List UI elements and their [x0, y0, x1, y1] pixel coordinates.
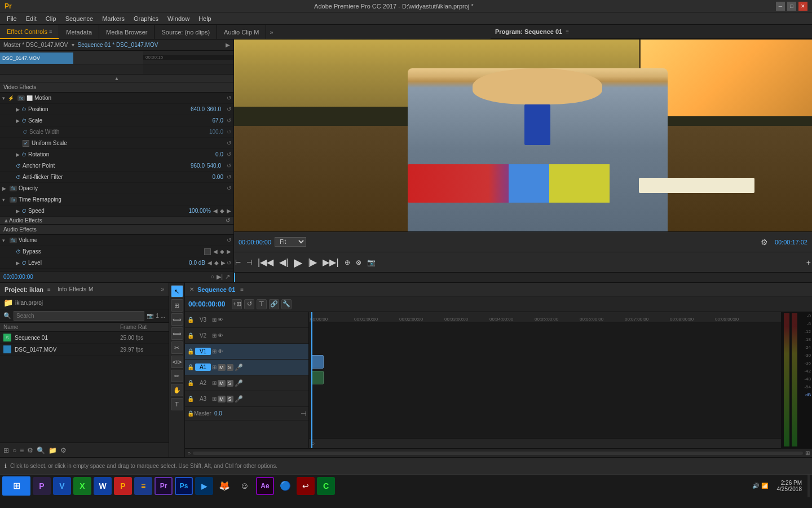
timeline-zoom-out[interactable]: ○ — [309, 440, 317, 446]
position-reset[interactable]: ↺ — [227, 106, 231, 112]
a2-s-btn[interactable]: S — [227, 380, 233, 387]
timeline-scrollbar[interactable]: ○ — [309, 438, 781, 448]
anchor-y[interactable]: 540.0 — [207, 163, 221, 169]
motion-reset[interactable]: ↺ — [227, 95, 231, 101]
seq-fit-btn[interactable]: ⊞ — [805, 450, 810, 456]
v3-lock[interactable]: 🔒 — [187, 317, 194, 323]
timeline-v1-row[interactable] — [309, 354, 781, 370]
anti-flicker-clock[interactable]: ⏱ — [16, 174, 21, 180]
a2-m-btn[interactable]: M — [218, 380, 226, 387]
tab-more-btn[interactable]: » — [266, 25, 276, 39]
timeline-v3-row[interactable] — [309, 322, 781, 338]
opacity-expand[interactable]: ▶ — [2, 186, 8, 191]
a3-mic[interactable]: 🎤 — [235, 395, 243, 403]
taskbar-excel-icon[interactable]: X — [73, 477, 91, 495]
seq-wrench-btn[interactable]: 🔧 — [281, 299, 292, 309]
a3-m-btn[interactable]: M — [218, 396, 226, 402]
prog-settings-icon[interactable]: ⚙ — [760, 237, 769, 248]
speed-keyframe[interactable]: ◆ — [220, 208, 224, 214]
taskbar-premiere2-icon[interactable]: Pr — [155, 477, 173, 495]
a2-toggle[interactable]: ⊞ — [212, 380, 217, 386]
taskbar-clock[interactable]: 2:26 PM 4/25/2018 — [774, 480, 806, 492]
select-tool[interactable]: ↖ — [171, 285, 183, 297]
taskbar-word-icon[interactable]: V — [53, 477, 71, 495]
rotation-expand[interactable]: ▶ — [16, 152, 21, 157]
v1-label[interactable]: V1 — [195, 348, 211, 355]
level-key[interactable]: ◆ — [214, 260, 219, 266]
scroll-up-btn[interactable]: ▲ — [0, 75, 233, 82]
master-end-btn[interactable]: ⊣ — [301, 410, 306, 418]
anti-flicker-value[interactable]: 0.00 — [213, 174, 223, 180]
rotation-reset[interactable]: ↺ — [227, 151, 231, 157]
ec-export-btn[interactable]: ↗ — [225, 273, 230, 281]
taskbar-winword-icon[interactable]: W — [94, 477, 112, 495]
export-frame-btn[interactable]: 📷 — [366, 257, 377, 268]
add-marker-btn[interactable]: + — [805, 257, 812, 268]
level-clock[interactable]: ⏱ — [21, 260, 27, 266]
rolling-tool[interactable]: ⟺ — [171, 327, 183, 340]
fit-dropdown[interactable]: Fit 25% 50% 100% — [275, 237, 306, 247]
timeline-v2-row[interactable] — [309, 338, 781, 354]
sequence-link[interactable]: Sequence 01 * DSC_0147.MOV — [78, 42, 158, 48]
v2-lock[interactable]: 🔒 — [187, 332, 194, 339]
v2-eye[interactable]: 👁 — [218, 332, 223, 339]
seq-start-btn[interactable]: ○ — [187, 450, 191, 456]
a1-toggle[interactable]: ⊞ — [212, 364, 217, 370]
ripple-tool[interactable]: ⟺ — [171, 313, 183, 326]
timeline-scrollbar-h[interactable] — [193, 452, 803, 455]
search-input[interactable] — [14, 311, 144, 321]
scale-reset[interactable]: ↺ — [227, 117, 231, 124]
mark-out-btn[interactable]: ⊣ — [245, 257, 253, 268]
taskbar-unknown-icon[interactable]: ☺ — [236, 477, 254, 495]
tab-metadata[interactable]: Metadata — [59, 25, 99, 39]
level-nav-left[interactable]: ◀ — [208, 260, 212, 266]
delete-icon[interactable]: 🔍 — [37, 446, 45, 454]
tray-icon-2[interactable]: 📶 — [761, 483, 768, 489]
uniform-scale-checkbox[interactable] — [23, 140, 29, 147]
a2-lock[interactable]: 🔒 — [187, 380, 194, 386]
volume-bypass-checkbox[interactable] — [204, 248, 211, 255]
anchor-x[interactable]: 960.0 — [191, 163, 205, 169]
seq-snap-btn[interactable]: ⊤ — [257, 299, 267, 309]
menu-clip[interactable]: Clip — [41, 14, 61, 23]
taskbar-foxit-icon[interactable]: ↩ — [297, 477, 315, 495]
tab-m[interactable]: M — [89, 286, 93, 292]
a2-mic[interactable]: 🎤 — [235, 379, 243, 387]
volume-expand[interactable]: ▾ — [2, 238, 8, 243]
taskbar-greenapp-icon[interactable]: C — [317, 477, 335, 495]
timeline-a3-row[interactable] — [309, 401, 781, 417]
v3-toggle[interactable]: ⊞ — [212, 317, 217, 323]
level-reset[interactable]: ↺ — [227, 260, 231, 266]
v3-eye[interactable]: 👁 — [218, 317, 223, 323]
ec-play-btn[interactable]: ▶| — [217, 273, 223, 281]
menu-help[interactable]: Help — [194, 14, 216, 23]
taskbar-explorer-icon[interactable]: ≡ — [134, 477, 152, 495]
pen-tool[interactable]: ✏ — [171, 370, 183, 382]
menu-graphics[interactable]: Graphics — [129, 14, 163, 23]
timeline-a2-row[interactable] — [309, 386, 781, 401]
project-item-sequence[interactable]: S Sequence 01 25.00 fps — [0, 332, 169, 344]
automate-icon[interactable]: ≡ — [20, 446, 24, 454]
maximize-button[interactable]: □ — [787, 2, 796, 11]
menu-sequence[interactable]: Sequence — [61, 14, 98, 23]
new-bin-icon[interactable]: ⊞ — [3, 446, 9, 454]
seq-ripple-btn[interactable]: ↺ — [244, 299, 254, 309]
taskbar-chrome-icon[interactable]: 🔵 — [276, 477, 294, 495]
type-tool[interactable]: T — [171, 398, 183, 410]
anchor-clock[interactable]: ⏱ — [16, 163, 21, 169]
vol-bypass-key[interactable]: ◆ — [220, 248, 224, 255]
scale-clock[interactable]: ⏱ — [21, 118, 27, 124]
a1-m-btn[interactable]: M — [218, 364, 226, 371]
timeline-a1-row[interactable] — [309, 370, 781, 386]
sequence-close-btn[interactable]: ✕ — [189, 286, 194, 292]
a3-toggle[interactable]: ⊞ — [212, 396, 217, 402]
tab-audio-clip[interactable]: Audio Clip M — [217, 25, 266, 39]
volume-reset[interactable]: ↺ — [227, 237, 231, 243]
show-desktop-btn[interactable] — [807, 475, 810, 497]
master-value[interactable]: 0.0 — [214, 410, 222, 417]
close-button[interactable]: ✕ — [798, 2, 807, 11]
slip-tool[interactable]: ⊲⊳ — [171, 356, 183, 368]
settings-icon[interactable]: ⚙ — [60, 446, 67, 454]
program-playbar[interactable] — [234, 272, 812, 282]
time-remap-expand[interactable]: ▾ — [2, 197, 8, 203]
